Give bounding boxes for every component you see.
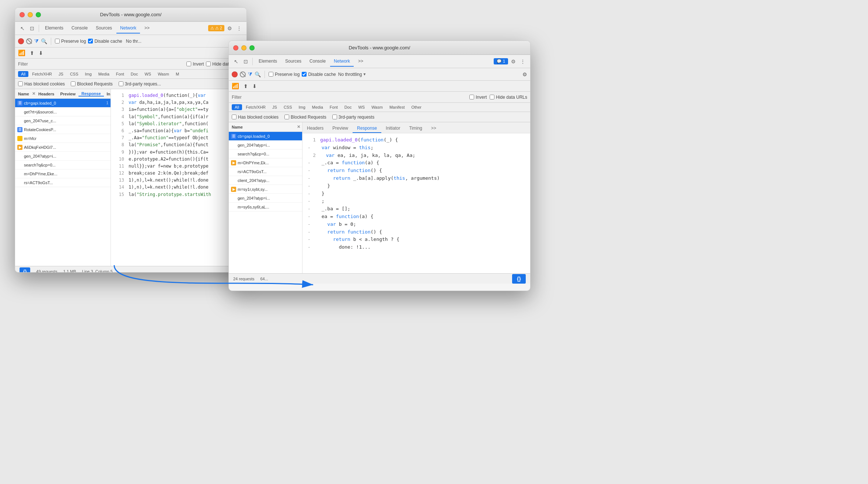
type-btn-doc-1[interactable]: Doc bbox=[128, 71, 141, 77]
type-btn-css-1[interactable]: CSS bbox=[67, 71, 81, 77]
tab-console-1[interactable]: Console bbox=[68, 23, 91, 34]
type-btn-other-2[interactable]: Other bbox=[408, 104, 424, 110]
blocked-cookies-2[interactable]: Has blocked cookies bbox=[232, 115, 279, 120]
type-btn-m-1[interactable]: M bbox=[173, 71, 182, 77]
request-item-2-5[interactable]: rs=ACT9oGsT... bbox=[229, 167, 302, 176]
pretty-print-button-1[interactable]: {} bbox=[20, 267, 30, 273]
pretty-print-button-2[interactable]: {} bbox=[512, 274, 526, 284]
record-button-2[interactable] bbox=[232, 71, 238, 77]
type-btn-js-2[interactable]: JS bbox=[269, 104, 280, 110]
upload-icon-1[interactable]: ⬆ bbox=[30, 50, 34, 56]
type-btn-wasm-2[interactable]: Wasm bbox=[368, 104, 386, 110]
tab-response-2[interactable]: Response bbox=[353, 124, 381, 133]
network-settings-icon-2[interactable]: ⚙ bbox=[522, 71, 527, 77]
tab-initiator-2[interactable]: Initiator bbox=[381, 124, 405, 133]
tab-headers-2[interactable]: Headers bbox=[302, 124, 328, 133]
layers-icon[interactable]: ⊡ bbox=[28, 24, 36, 33]
blocked-requests-1[interactable]: Blocked Requests bbox=[71, 81, 113, 87]
type-btn-media-2[interactable]: Media bbox=[309, 104, 326, 110]
request-item-2-6[interactable]: client_204?atyp... bbox=[229, 176, 302, 185]
search-icon-1[interactable]: 🔍 bbox=[41, 38, 47, 44]
tab-network-1[interactable]: Network bbox=[116, 23, 140, 34]
type-btn-all-1[interactable]: All bbox=[18, 71, 28, 77]
request-item-2-4[interactable]: ▶ m=DhPYme,Ek... bbox=[229, 158, 302, 167]
badge-count-2[interactable]: 💬 1 bbox=[494, 58, 508, 64]
hide-data-urls-2[interactable]: Hide data URLs bbox=[490, 95, 527, 100]
settings-icon-1[interactable]: ⚙ bbox=[225, 24, 234, 33]
settings-icon-2[interactable]: ⚙ bbox=[509, 57, 518, 66]
filter-icon-1[interactable]: ⧩ bbox=[34, 38, 39, 44]
request-item-1-3[interactable]: gen_204?use_c... bbox=[15, 116, 111, 125]
close-col-icon-1[interactable]: ✕ bbox=[32, 91, 35, 96]
type-btn-img-1[interactable]: Img bbox=[82, 71, 95, 77]
third-party-2[interactable]: 3rd-party requests bbox=[332, 115, 374, 120]
tab-preview-2[interactable]: Preview bbox=[328, 124, 353, 133]
disable-cache-checkbox-2[interactable]: Disable cache bbox=[302, 72, 336, 77]
layers-icon-2[interactable]: ⊡ bbox=[241, 57, 250, 66]
headers-tab-1[interactable]: Headers bbox=[35, 92, 57, 96]
type-btn-xhr-1[interactable]: Fetch/XHR bbox=[29, 71, 55, 77]
type-btn-js-1[interactable]: JS bbox=[56, 71, 66, 77]
request-item-1-8[interactable]: search?q&cp=0... bbox=[15, 161, 111, 169]
minimize-button-1[interactable] bbox=[28, 12, 33, 17]
upload-icon-2[interactable]: ⬆ bbox=[244, 83, 248, 89]
tab-elements-1[interactable]: Elements bbox=[41, 23, 67, 34]
response-tab-1[interactable]: Response bbox=[78, 91, 104, 97]
request-item-1-7[interactable]: gen_204?atyp=i... bbox=[15, 152, 111, 161]
blocked-requests-2[interactable]: Blocked Requests bbox=[284, 115, 326, 120]
request-item-2-2[interactable]: gen_204?atyp=i... bbox=[229, 141, 302, 150]
type-btn-manifest-2[interactable]: Manifest bbox=[386, 104, 408, 110]
preview-tab-1[interactable]: Preview bbox=[57, 92, 78, 96]
maximize-button-1[interactable] bbox=[36, 12, 41, 17]
request-item-1-5[interactable]: m=hfcr bbox=[15, 134, 111, 143]
third-party-1[interactable]: 3rd-party reques... bbox=[119, 81, 161, 87]
invert-checkbox-1[interactable]: Invert bbox=[186, 62, 204, 67]
type-btn-ws-1[interactable]: WS bbox=[141, 71, 154, 77]
tab-timing-2[interactable]: Timing bbox=[405, 124, 427, 133]
tab-console-2[interactable]: Console bbox=[306, 56, 329, 67]
type-btn-doc-2[interactable]: Doc bbox=[342, 104, 355, 110]
filter-icon-2[interactable]: ⧩ bbox=[248, 71, 252, 77]
tab-more-2[interactable]: >> bbox=[354, 56, 367, 67]
type-btn-font-2[interactable]: Font bbox=[327, 104, 341, 110]
tab-more-1[interactable]: >> bbox=[141, 23, 153, 34]
tab-network-2[interactable]: Network bbox=[330, 56, 354, 67]
clear-button-2[interactable] bbox=[240, 71, 246, 77]
request-item-2-7[interactable]: ▶ m=sy1r,sybt,sy... bbox=[229, 185, 302, 194]
download-icon-1[interactable]: ⬇ bbox=[39, 50, 43, 56]
type-btn-wasm-1[interactable]: Wasm bbox=[155, 71, 172, 77]
close-button-2[interactable] bbox=[233, 45, 238, 50]
download-icon-2[interactable]: ⬇ bbox=[252, 83, 257, 89]
type-btn-ws-2[interactable]: WS bbox=[355, 104, 368, 110]
tab-more-panel-2[interactable]: >> bbox=[427, 124, 441, 133]
warning-badge-1[interactable]: ⚠ ⚠ 2 bbox=[208, 25, 224, 31]
request-item-2-1[interactable]: ☰ cb=gapi.loaded_0 bbox=[229, 132, 302, 141]
wifi-icon-1[interactable]: 📶 bbox=[18, 49, 25, 56]
type-btn-media-1[interactable]: Media bbox=[95, 71, 112, 77]
close-col-icon-2[interactable]: ✕ bbox=[295, 124, 302, 129]
request-item-1-1[interactable]: ☰ cb=gapi.loaded_0 1 bbox=[15, 99, 111, 108]
type-btn-xhr-2[interactable]: Fetch/XHR bbox=[243, 104, 269, 110]
record-button-1[interactable] bbox=[18, 38, 24, 44]
maximize-button-2[interactable] bbox=[249, 45, 255, 50]
search-icon-2[interactable]: 🔍 bbox=[255, 71, 261, 77]
request-item-2-9[interactable]: m=sy6s,sy6t,aL... bbox=[229, 203, 302, 211]
type-btn-img-2[interactable]: Img bbox=[296, 104, 308, 110]
request-item-1-9[interactable]: m=DhPYme,Eke... bbox=[15, 169, 111, 178]
request-item-1-6[interactable]: ▶ A6DkqFxHDGl7... bbox=[15, 143, 111, 152]
request-item-2-8[interactable]: gen_204?atyp=i... bbox=[229, 194, 302, 203]
more-icon-1[interactable]: ⋮ bbox=[235, 24, 244, 33]
in-tab-1[interactable]: In bbox=[104, 92, 111, 96]
cursor-icon[interactable]: ↖ bbox=[18, 24, 27, 33]
request-item-1-2[interactable]: get?rt=j&sourcei... bbox=[15, 108, 111, 116]
cursor-icon-2[interactable]: ↖ bbox=[232, 57, 241, 66]
request-item-1-4[interactable]: ☰ RotateCookiesP... bbox=[15, 125, 111, 134]
blocked-cookies-1[interactable]: Has blocked cookies bbox=[18, 81, 65, 87]
request-item-2-3[interactable]: search?q&cp=0... bbox=[229, 150, 302, 158]
more-icon-2[interactable]: ⋮ bbox=[518, 57, 527, 66]
type-btn-css-2[interactable]: CSS bbox=[281, 104, 295, 110]
disable-cache-checkbox-1[interactable]: Disable cache bbox=[88, 39, 122, 44]
throttle-dropdown-2[interactable]: No throttling ▼ bbox=[338, 72, 367, 77]
minimize-button-2[interactable] bbox=[241, 45, 246, 50]
type-btn-font-1[interactable]: Font bbox=[113, 71, 127, 77]
